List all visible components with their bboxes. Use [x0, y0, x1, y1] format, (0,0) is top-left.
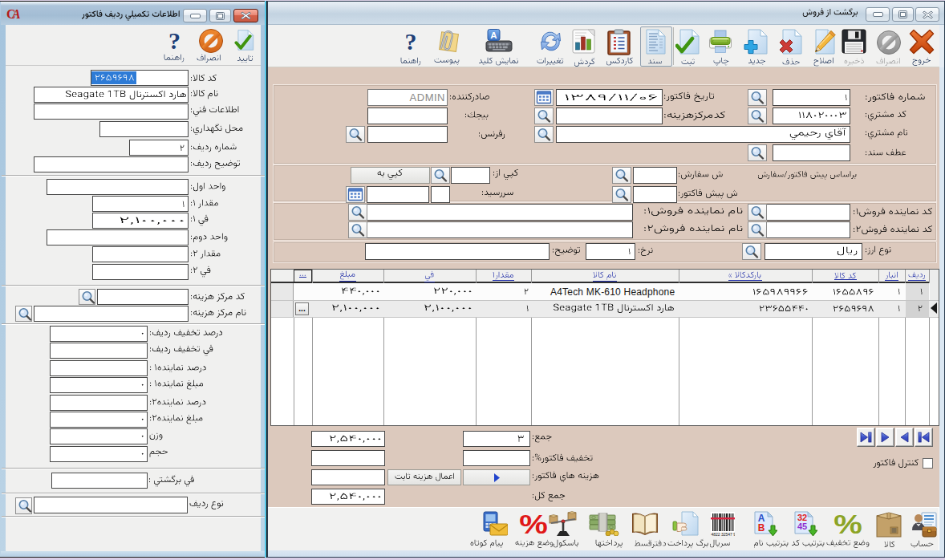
svg-text:45: 45 — [797, 521, 807, 531]
svg-text:B: B — [758, 522, 765, 534]
svg-text:1 4822 32547 96: 1 4822 32547 96 — [711, 532, 735, 537]
svg-text:A: A — [490, 30, 497, 40]
